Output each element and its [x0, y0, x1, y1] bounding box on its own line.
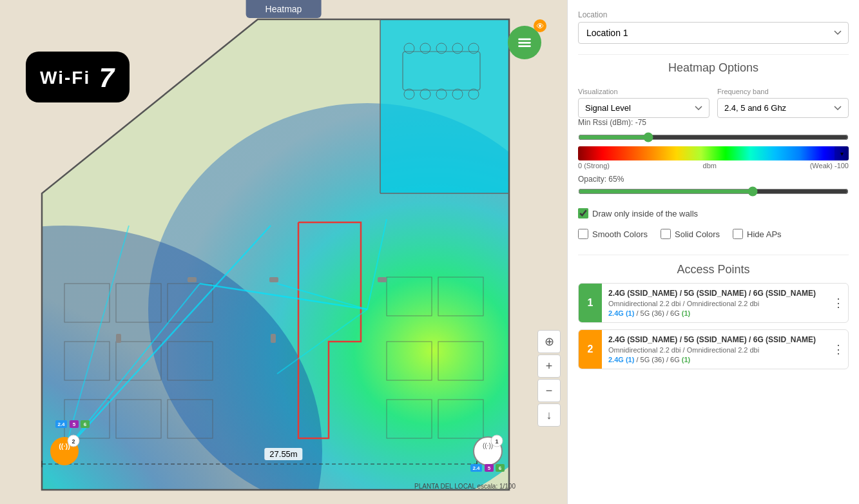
smooth-colors-label: Smooth Colors — [592, 229, 648, 239]
svg-point-70 — [539, 24, 541, 27]
rssi-slider-row — [578, 132, 849, 145]
svg-text:5: 5 — [73, 422, 76, 427]
svg-rect-71 — [518, 39, 531, 41]
svg-text:5: 5 — [488, 465, 491, 471]
rssi-row: Min Rssi (dBm): -75 — [578, 118, 849, 127]
ap-2-bands: 2.4G (1) / 5G (36) / 6G (1) — [608, 356, 822, 363]
svg-rect-73 — [518, 45, 531, 47]
ap-card-2: 2 2.4G (SSID_NAME) / 5G (SSID_NAME) / 6G… — [578, 329, 849, 369]
draw-walls-row: Draw only inside of the walls — [578, 208, 849, 218]
ap-1-bands: 2.4G (1) / 5G (36) / 6G (1) — [608, 309, 822, 317]
ap-2-number: 2 — [579, 330, 602, 369]
right-panel: Location Location 1 Location 2 Heatmap O… — [567, 0, 859, 504]
svg-rect-46 — [269, 277, 278, 282]
draw-walls-label: Draw only inside of the walls — [592, 209, 698, 218]
map-area: Heatmap — [0, 0, 567, 504]
ap-2-band6-prefix: 6G — [670, 356, 682, 363]
svg-rect-45 — [188, 277, 197, 282]
ap-1-menu[interactable]: ⋮ — [829, 284, 848, 322]
frequency-group: Frequency band 2.4, 5 and 6 Ghz 2.4 Ghz … — [717, 88, 849, 118]
draw-walls-checkbox[interactable] — [578, 208, 588, 218]
svg-rect-48 — [116, 334, 121, 343]
ap-1-body: 2.4G (SSID_NAME) / 5G (SSID_NAME) / 6G (… — [602, 284, 829, 322]
gradient-center-label: dbm — [703, 162, 717, 170]
heatmap-options-title: Heatmap Options — [578, 61, 849, 79]
gradient-left-label: 0 (Strong) — [578, 162, 610, 170]
opacity-label-row: Opacity: 65% — [578, 175, 849, 184]
location-select[interactable]: Location 1 Location 2 — [578, 22, 849, 44]
svg-text:6: 6 — [499, 465, 502, 471]
hide-aps-label: Hide APs — [747, 229, 781, 239]
gradient-dropdown[interactable]: ▾ — [835, 146, 849, 160]
ap-2-body: 2.4G (SSID_NAME) / 5G (SSID_NAME) / 6G (… — [602, 330, 829, 369]
floor-text: PLANTA DEL LOCAL escala: 1/100 — [414, 483, 516, 490]
ap-2-title: 2.4G (SSID_NAME) / 5G (SSID_NAME) / 6G (… — [608, 335, 822, 344]
visualization-group: Visualization Signal Level SNR Channel I… — [578, 88, 709, 118]
hide-aps-row: Hide APs — [733, 229, 781, 239]
ap-1-title: 2.4G (SSID_NAME) / 5G (SSID_NAME) / 6G (… — [608, 289, 822, 298]
solid-colors-label: Solid Colors — [675, 229, 720, 239]
location-section: Location Location 1 Location 2 — [578, 10, 849, 44]
svg-rect-72 — [518, 42, 531, 44]
download-button[interactable]: ↓ — [537, 403, 561, 427]
measure-label: 27.55m — [264, 448, 302, 460]
access-points-title: Access Points — [578, 263, 849, 276]
location-label: Location — [578, 10, 849, 19]
ap-2-subtitle: Omnidirectional 2.2 dbi / Omnidirectiona… — [608, 346, 822, 354]
ap-2-band24: 2.4G (1) — [608, 356, 634, 363]
compass-button[interactable]: ⊕ — [537, 330, 561, 353]
svg-text:2.4: 2.4 — [57, 422, 65, 427]
solid-colors-checkbox[interactable] — [661, 229, 671, 239]
viz-freq-row: Visualization Signal Level SNR Channel I… — [578, 88, 849, 118]
hide-aps-checkbox[interactable] — [733, 229, 743, 239]
gradient-right-label: (Weak) -100 — [810, 162, 849, 170]
smooth-colors-row: Smooth Colors — [578, 229, 648, 239]
frequency-label: Frequency band — [717, 88, 849, 95]
ap-1-subtitle: Omnidirectional 2.2 dbi / Omnidirectiona… — [608, 300, 822, 307]
gradient-labels: 0 (Strong) dbm (Weak) -100 — [578, 162, 849, 170]
ap-2-band5: 5G (36) — [641, 356, 664, 363]
frequency-select[interactable]: 2.4, 5 and 6 Ghz 2.4 Ghz 5 Ghz 6 Ghz — [717, 98, 849, 118]
svg-rect-47 — [378, 277, 387, 282]
heatmap-options-section: Heatmap Options Visualization Signal Lev… — [578, 61, 849, 244]
ap-1-band6-prefix: 6G — [670, 309, 682, 317]
ap-2-band6: (1) — [682, 356, 690, 363]
solid-colors-row: Solid Colors — [661, 229, 720, 239]
heatmap-tab[interactable]: Heatmap — [246, 0, 322, 18]
ap-2-menu[interactable]: ⋮ — [829, 330, 848, 369]
visualization-select[interactable]: Signal Level SNR Channel Interference — [578, 98, 709, 118]
svg-text:1: 1 — [495, 438, 498, 445]
extra-checkboxes-row: Smooth Colors Solid Colors Hide APs — [578, 224, 849, 244]
ap-card-1: 1 2.4G (SSID_NAME) / 5G (SSID_NAME) / 6G… — [578, 283, 849, 323]
ap-1-number: 1 — [579, 284, 602, 322]
map-controls: ⊕ + − ↓ — [537, 330, 561, 427]
svg-text:2: 2 — [72, 438, 75, 445]
gradient-bar[interactable] — [578, 146, 849, 160]
gradient-bar-wrapper: ▾ — [578, 146, 849, 160]
rssi-slider[interactable] — [578, 132, 849, 142]
access-points-section: Access Points 1 2.4G (SSID_NAME) / 5G (S… — [578, 263, 849, 369]
opacity-label: Opacity: 65% — [578, 175, 624, 184]
rssi-label: Min Rssi (dBm): -75 — [578, 118, 646, 127]
eye-badge — [534, 19, 546, 32]
ap-1-band6: (1) — [682, 309, 690, 317]
ap-1-band24: 2.4G (1) — [608, 309, 634, 317]
wifi-logo: Wi-Fi 7 — [26, 52, 130, 102]
svg-marker-5 — [380, 19, 509, 193]
opacity-slider[interactable] — [578, 186, 849, 197]
zoom-in-button[interactable]: + — [537, 354, 561, 378]
svg-text:2.4: 2.4 — [472, 465, 480, 471]
svg-text:6: 6 — [84, 422, 87, 427]
visualization-label: Visualization — [578, 88, 709, 95]
gradient-container: ▾ 0 (Strong) dbm (Weak) -100 — [578, 132, 849, 170]
zoom-out-button[interactable]: − — [537, 379, 561, 402]
svg-rect-49 — [271, 334, 276, 343]
smooth-colors-checkbox[interactable] — [578, 229, 588, 239]
ap-1-band5: 5G (36) — [641, 309, 664, 317]
